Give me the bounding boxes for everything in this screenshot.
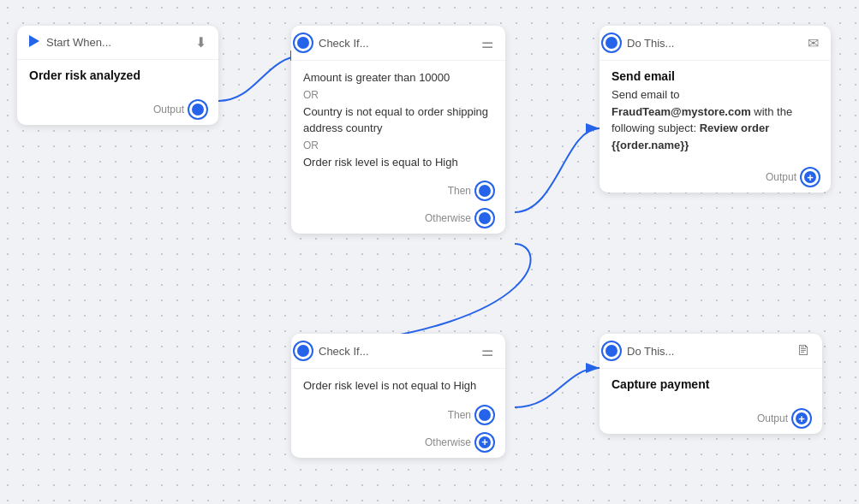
check2-otherwise-dot[interactable] xyxy=(476,434,493,451)
do1-header: Do This... ✉ xyxy=(600,26,831,61)
do1-footer: Output xyxy=(600,162,831,193)
check1-body: Amount is greater than 10000 OR Country … xyxy=(291,61,505,179)
start-output-dot[interactable] xyxy=(189,101,206,118)
check1-otherwise-dot[interactable] xyxy=(476,210,493,227)
do2-input-dot[interactable] xyxy=(603,342,620,359)
check2-otherwise-label: Otherwise xyxy=(425,436,471,448)
condition1-or2: OR xyxy=(303,139,493,151)
do1-action-body: Send email to FraudTeam@mystore.com with… xyxy=(611,86,819,153)
condition1-text3: Order risk level is equal to High xyxy=(303,154,493,171)
play-icon xyxy=(29,35,39,50)
do2-title: Do This... xyxy=(627,345,674,358)
email-icon[interactable]: ✉ xyxy=(808,35,819,51)
check1-then-label: Then xyxy=(448,185,471,197)
workflow-canvas: Start When... ⬇ Order risk analyzed Outp… xyxy=(0,0,859,504)
do2-action-title: Capture payment xyxy=(611,377,810,391)
check2-body: Order risk level is not equal to High xyxy=(291,369,505,403)
check1-then-row: Then xyxy=(291,179,505,206)
check2-title: Check If... xyxy=(319,345,369,358)
check2-node: Check If... ⚌ Order risk level is not eq… xyxy=(291,334,505,458)
do1-action-title: Send email xyxy=(611,69,819,83)
check2-then-dot[interactable] xyxy=(476,406,493,424)
start-node-title: Start When... xyxy=(46,36,111,49)
do2-header: Do This... 🖹 xyxy=(600,334,822,369)
condition1-text2: Country is not equal to order shipping a… xyxy=(303,104,493,137)
do1-body: Send email Send email to FraudTeam@mysto… xyxy=(600,61,831,162)
capture-icon[interactable]: 🖹 xyxy=(796,343,810,359)
do1-title: Do This... xyxy=(627,37,674,50)
condition1-or1: OR xyxy=(303,89,493,101)
download-icon[interactable]: ⬇ xyxy=(195,34,206,50)
condition1-text1: Amount is greater than 10000 xyxy=(303,69,493,86)
check1-node: Check If... ⚌ Amount is greater than 100… xyxy=(291,26,505,234)
check1-header: Check If... ⚌ xyxy=(291,26,505,61)
check1-input-dot[interactable] xyxy=(295,34,312,51)
check1-then-dot[interactable] xyxy=(476,182,493,199)
check2-otherwise-row: Otherwise xyxy=(291,430,505,458)
do2-footer: Output xyxy=(600,403,822,434)
start-node: Start When... ⬇ Order risk analyzed Outp… xyxy=(17,26,218,125)
check1-otherwise-row: Otherwise xyxy=(291,206,505,234)
start-output-label: Output xyxy=(153,104,184,116)
check1-otherwise-label: Otherwise xyxy=(425,212,471,224)
start-trigger-label: Order risk analyzed xyxy=(29,68,206,82)
do2-node: Do This... 🖹 Capture payment Output xyxy=(600,334,822,434)
start-node-footer: Output xyxy=(17,94,218,125)
do2-body: Capture payment xyxy=(600,369,822,403)
check2-input-dot[interactable] xyxy=(295,342,312,359)
start-node-header: Start When... ⬇ xyxy=(17,26,218,60)
check1-title: Check If... xyxy=(319,37,369,50)
filter1-icon[interactable]: ⚌ xyxy=(481,35,493,51)
do2-output-dot[interactable] xyxy=(793,410,810,427)
check2-header: Check If... ⚌ xyxy=(291,334,505,369)
do2-output-label: Output xyxy=(757,412,788,424)
check2-then-label: Then xyxy=(448,409,471,421)
do1-output-dot[interactable] xyxy=(802,169,819,186)
start-node-body: Order risk analyzed xyxy=(17,60,218,94)
do1-node: Do This... ✉ Send email Send email to Fr… xyxy=(600,26,831,193)
condition2-text1: Order risk level is not equal to High xyxy=(303,377,493,394)
do1-output-label: Output xyxy=(766,171,796,183)
do1-input-dot[interactable] xyxy=(603,34,620,51)
filter2-icon[interactable]: ⚌ xyxy=(481,343,493,359)
check2-then-row: Then xyxy=(291,403,505,430)
